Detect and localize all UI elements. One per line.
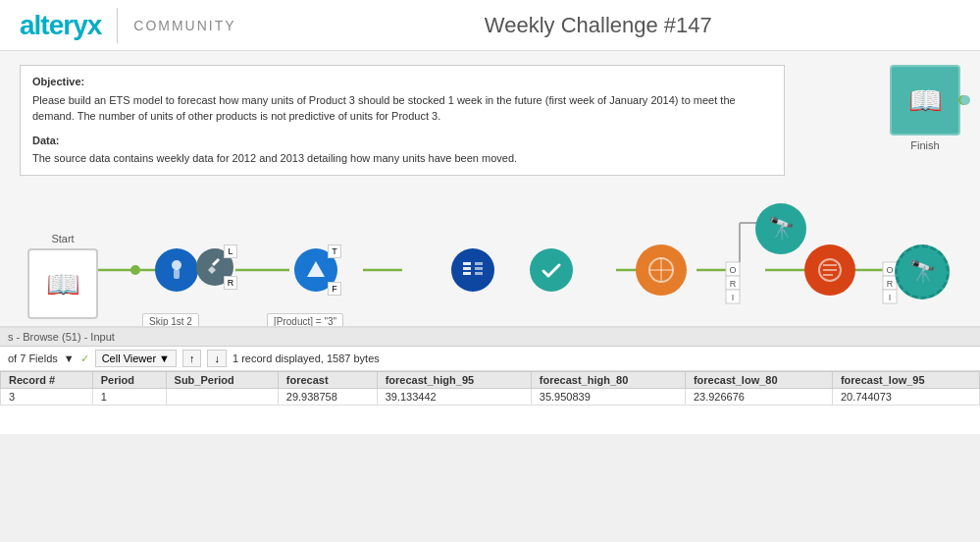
binoculars-final-icon: 🔭	[909, 259, 936, 285]
svg-rect-29	[463, 267, 471, 270]
book-icon: 📖	[908, 84, 943, 117]
table-cell: 1	[92, 389, 166, 406]
svg-text:R: R	[887, 279, 894, 289]
cell-viewer-button[interactable]: Cell Viewer ▼	[95, 350, 177, 367]
table-cell: 20.744073	[832, 389, 979, 406]
table-cell	[166, 389, 278, 406]
table-cell: 29.938758	[278, 389, 377, 406]
f-badge: F	[328, 282, 341, 296]
objective-box: Objective: Please build an ETS model to …	[20, 65, 785, 176]
join-tool[interactable]	[451, 248, 494, 292]
svg-text:R: R	[730, 279, 737, 289]
objective-label: Objective:	[32, 74, 772, 90]
data-table: Record #PeriodSub_Periodforecastforecast…	[0, 371, 980, 406]
svg-rect-31	[475, 262, 483, 265]
canvas-area: Objective: Please build an ETS model to …	[0, 51, 980, 434]
data-label: Data:	[32, 133, 772, 149]
svg-marker-27	[307, 261, 325, 277]
fields-info: of 7 Fields	[8, 352, 58, 364]
check-tool[interactable]	[530, 248, 573, 292]
svg-rect-33	[475, 272, 483, 275]
report-tool-icon[interactable]	[804, 244, 855, 296]
finish-tool-label: Finish	[890, 139, 960, 151]
col-header-Period: Period	[92, 372, 166, 389]
sort-down-button[interactable]: ↓	[207, 350, 227, 367]
svg-text:I: I	[889, 293, 892, 302]
col-header-forecast-high-95: forecast_high_95	[377, 372, 531, 389]
down-arrow-icon: ↓	[214, 352, 220, 364]
join-tool-icon[interactable]	[451, 248, 494, 292]
dropdown-chevron-icon: ▼	[159, 352, 170, 364]
checkmark-icon: ✓	[80, 352, 89, 365]
header: alteryx COMMUNITY Weekly Challenge #147	[0, 0, 980, 51]
start-node[interactable]: Start 📖	[27, 233, 98, 319]
objective-text: Please build an ETS model to forecast ho…	[32, 92, 772, 125]
svg-text:I: I	[732, 293, 735, 302]
finish-tool-icon[interactable]: 📖	[890, 65, 960, 136]
svg-rect-26	[174, 269, 180, 279]
data-text: The source data contains weekly data for…	[32, 150, 772, 167]
ets-tool-icon[interactable]	[636, 244, 687, 296]
table-header-row: Record #PeriodSub_Periodforecastforecast…	[1, 372, 980, 389]
col-header-forecast: forecast	[278, 372, 377, 389]
start-box[interactable]: 📖	[27, 248, 98, 319]
col-header-Record #: Record #	[1, 372, 93, 389]
svg-rect-23	[883, 290, 897, 303]
col-header-Sub-Period: Sub_Period	[166, 372, 278, 389]
svg-point-25	[172, 260, 181, 270]
col-header-forecast-low-95: forecast_low_95	[832, 372, 979, 389]
svg-point-1	[130, 265, 140, 275]
table-cell: 35.950839	[531, 389, 685, 406]
check-tool-icon[interactable]	[530, 248, 573, 292]
svg-rect-32	[475, 267, 483, 270]
col-header-forecast-high-80: forecast_high_80	[531, 372, 685, 389]
svg-rect-30	[463, 272, 471, 275]
report-tool[interactable]	[804, 244, 855, 296]
start-book-icon: 📖	[46, 268, 80, 300]
table-cell: 39.133442	[377, 389, 531, 406]
sort-up-button[interactable]: ↑	[182, 350, 202, 367]
final-browse-tool[interactable]: 🔭	[895, 244, 950, 299]
table-body: 3129.93875839.13344235.95083923.92667620…	[1, 389, 980, 406]
binoculars-top-icon: 🔭	[768, 216, 795, 242]
table-cell: 23.926676	[685, 389, 832, 406]
up-arrow-icon: ↑	[189, 352, 195, 364]
col-header-forecast-low-80: forecast_low_80	[685, 372, 832, 389]
svg-rect-16	[726, 290, 740, 303]
t-badge: T	[328, 244, 341, 258]
start-label: Start	[27, 233, 98, 244]
filter-group[interactable]: L R	[196, 248, 233, 286]
fields-dropdown-icon: ▼	[64, 352, 75, 364]
ets-tool[interactable]	[636, 244, 687, 296]
cell-viewer-label: Cell Viewer	[102, 352, 156, 364]
svg-text:O: O	[886, 265, 893, 275]
table-cell: 3	[1, 389, 93, 406]
community-label: COMMUNITY	[133, 18, 235, 33]
svg-rect-14	[726, 276, 740, 290]
panel-title: s - Browse (51) - Input	[0, 328, 980, 347]
logo: alteryx	[20, 10, 101, 41]
r-badge: R	[224, 276, 237, 290]
browse-top-tool[interactable]: 🔭	[755, 203, 806, 254]
panel-title-text: s - Browse (51) - Input	[8, 331, 115, 343]
page-title: Weekly Challenge #147	[236, 13, 960, 38]
header-divider	[117, 8, 118, 43]
filter-tool[interactable]: T F	[294, 248, 337, 292]
svg-text:O: O	[729, 265, 736, 275]
toolbar-bar: of 7 Fields ▼ ✓ Cell Viewer ▼ ↑ ↓ 1 reco…	[0, 347, 980, 371]
sample-tool[interactable]	[155, 248, 198, 292]
sample-tool-icon[interactable]	[155, 248, 198, 292]
bottom-panel: s - Browse (51) - Input of 7 Fields ▼ ✓ …	[0, 326, 980, 434]
finish-tool[interactable]: 📖 Finish	[890, 65, 960, 151]
record-info: 1 record displayed, 1587 bytes	[232, 352, 380, 364]
table-row: 3129.93875839.13344235.95083923.92667620…	[1, 389, 980, 406]
svg-rect-9	[726, 262, 740, 276]
svg-rect-28	[463, 262, 471, 265]
l-badge: L	[224, 244, 237, 258]
